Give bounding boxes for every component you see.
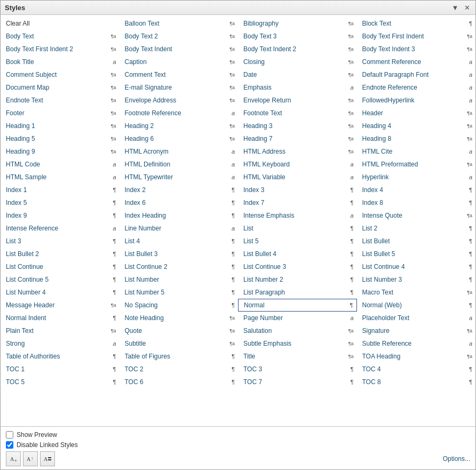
style-item[interactable]: List Number 2¶	[238, 273, 357, 286]
style-item[interactable]: List Continue 3¶	[238, 260, 357, 273]
style-item[interactable]: Default Paragraph Fonta	[357, 68, 476, 81]
close-button[interactable]: ✕	[463, 3, 471, 12]
style-item[interactable]: List Bullet 2¶	[1, 248, 120, 260]
style-item[interactable]: Body Text 2¶a	[120, 30, 239, 43]
new-style-button[interactable]: A +	[6, 451, 21, 466]
style-item[interactable]: Footnote Referencea	[120, 107, 239, 120]
style-item[interactable]: List Number 4¶	[1, 286, 120, 299]
style-item[interactable]: Page Numbera	[238, 312, 357, 324]
style-item[interactable]: Envelope Address¶a	[120, 94, 239, 107]
style-item[interactable]: TOC 2¶	[120, 363, 239, 376]
style-item[interactable]: List Continue¶	[1, 260, 120, 273]
style-item[interactable]: Comment Text¶a	[120, 68, 239, 81]
style-item[interactable]: Clear All	[1, 17, 120, 30]
style-item[interactable]: Heading 6¶a	[120, 132, 239, 145]
style-item[interactable]: Stronga	[1, 337, 120, 350]
style-item[interactable]: TOC 4¶	[357, 363, 476, 376]
manage-styles-button[interactable]: A	[40, 451, 55, 466]
style-item[interactable]: Signature¶a	[357, 324, 476, 337]
style-item[interactable]: Subtle Emphasis¶a	[238, 337, 357, 350]
style-item[interactable]: HTML Keyboarda	[238, 158, 357, 171]
style-item[interactable]: TOC 3¶	[238, 363, 357, 376]
style-item[interactable]: Endnote Text¶a	[1, 94, 120, 107]
style-item[interactable]: Document Map¶a	[1, 81, 120, 94]
style-item[interactable]: Index 4¶	[357, 184, 476, 196]
style-item[interactable]: HTML Preformatted¶a	[357, 158, 476, 171]
style-item[interactable]: List 2¶	[357, 222, 476, 235]
style-item[interactable]: TOC 1¶	[1, 363, 120, 376]
style-item[interactable]: Intense Emphasisa	[238, 209, 357, 222]
style-item[interactable]: Index 5¶	[1, 196, 120, 209]
style-item[interactable]: FollowedHyperlinka	[357, 94, 476, 107]
style-item[interactable]: Subtitle¶a	[120, 337, 239, 350]
style-item[interactable]: Footnote Text¶a	[238, 107, 357, 120]
style-item[interactable]: TOC 6¶	[120, 376, 239, 388]
style-item[interactable]: Macro Text¶a	[357, 286, 476, 299]
style-item[interactable]: Salutation¶a	[238, 324, 357, 337]
style-item[interactable]: Subtle Referencea	[357, 337, 476, 350]
style-item[interactable]: Quote¶a	[120, 324, 239, 337]
style-item[interactable]: Envelope Return¶a	[238, 94, 357, 107]
style-item[interactable]: Footer¶a	[1, 107, 120, 120]
style-item[interactable]: Intense Quote¶a	[357, 209, 476, 222]
style-item[interactable]: Normal (Web)¶	[357, 299, 476, 312]
style-item[interactable]: Line Numbera	[120, 222, 239, 235]
style-item[interactable]: List¶	[238, 222, 357, 235]
style-item[interactable]: Body Text Indent¶a	[120, 43, 239, 55]
style-item[interactable]: HTML Variablea	[238, 171, 357, 184]
style-item[interactable]: Caption¶a	[120, 55, 239, 68]
style-item[interactable]: Title¶a	[238, 350, 357, 363]
style-item[interactable]: List 5¶	[238, 235, 357, 248]
show-preview-checkbox[interactable]	[6, 431, 13, 439]
minimize-button[interactable]: ▼	[451, 3, 459, 12]
style-item[interactable]: Normal Indent¶	[1, 312, 120, 324]
style-item[interactable]: List Continue 5¶	[1, 273, 120, 286]
style-item[interactable]: TOA Heading¶a	[357, 350, 476, 363]
style-item[interactable]: Index 3¶	[238, 184, 357, 196]
style-item[interactable]: Emphasisa	[238, 81, 357, 94]
style-item[interactable]: Heading 3¶a	[238, 120, 357, 132]
style-item[interactable]: TOC 8¶	[357, 376, 476, 388]
style-item[interactable]: List Bullet¶	[357, 235, 476, 248]
style-item[interactable]: Table of Figures¶	[120, 350, 239, 363]
style-item[interactable]: Endnote Referencea	[357, 81, 476, 94]
style-item[interactable]: Body Text 3¶a	[238, 30, 357, 43]
style-item[interactable]: Closing¶a	[238, 55, 357, 68]
style-item[interactable]: Intense Referencea	[1, 222, 120, 235]
style-item[interactable]: Body Text First Indent¶a	[357, 30, 476, 43]
style-item[interactable]: Body Text Indent 2¶a	[238, 43, 357, 55]
style-item[interactable]: HTML Citea	[357, 145, 476, 158]
style-item[interactable]: Block Text¶	[357, 17, 476, 30]
style-item[interactable]: List Paragraph¶	[238, 286, 357, 299]
style-item[interactable]: Bibliography¶a	[238, 17, 357, 30]
style-item[interactable]: List Continue 2¶	[120, 260, 239, 273]
style-item[interactable]: Plain Text¶a	[1, 324, 120, 337]
style-item[interactable]: Heading 4¶a	[357, 120, 476, 132]
style-item[interactable]: HTML Typewritera	[120, 171, 239, 184]
style-item[interactable]: Message Header¶a	[1, 299, 120, 312]
style-item[interactable]: List 3¶	[1, 235, 120, 248]
style-item[interactable]: Heading 5¶a	[1, 132, 120, 145]
style-item[interactable]: List Continue 4¶	[357, 260, 476, 273]
style-item[interactable]: Index 8¶	[357, 196, 476, 209]
style-item[interactable]: Index 9¶	[1, 209, 120, 222]
style-item[interactable]: Index 1¶	[1, 184, 120, 196]
style-item[interactable]: TOC 5¶	[1, 376, 120, 388]
style-item[interactable]: Comment Referencea	[357, 55, 476, 68]
style-item[interactable]: Table of Authorities¶	[1, 350, 120, 363]
style-item[interactable]: Header¶a	[357, 107, 476, 120]
style-item[interactable]: List Bullet 5¶	[357, 248, 476, 260]
style-item[interactable]: Body Text First Indent 2¶a	[1, 43, 120, 55]
style-item[interactable]: HTML Definitiona	[120, 158, 239, 171]
style-item[interactable]: Body Text Indent 3¶a	[357, 43, 476, 55]
style-item[interactable]: List Number 3¶	[357, 273, 476, 286]
style-item[interactable]: Date¶a	[238, 68, 357, 81]
style-item[interactable]: Heading 9¶a	[1, 145, 120, 158]
show-preview-label[interactable]: Show Preview	[17, 431, 57, 439]
style-item[interactable]: List 4¶	[120, 235, 239, 248]
style-item[interactable]: Note Heading¶a	[120, 312, 239, 324]
style-item[interactable]: No Spacing¶	[120, 299, 239, 312]
style-item[interactable]: Heading 7¶a	[238, 132, 357, 145]
style-item[interactable]: Body Text¶a	[1, 30, 120, 43]
style-item[interactable]: HTML Codea	[1, 158, 120, 171]
